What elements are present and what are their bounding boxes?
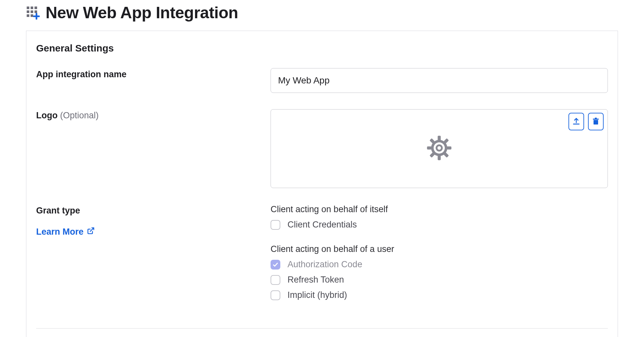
checkbox-authorization-code[interactable]: Authorization Code — [271, 259, 608, 270]
checkbox-client-credentials[interactable]: Client Credentials — [271, 220, 608, 230]
grant-group-self-label: Client acting on behalf of itself — [271, 204, 608, 214]
app-name-label: App integration name — [36, 69, 127, 79]
logo-optional: (Optional) — [58, 110, 99, 120]
grant-group-user-label: Client acting on behalf of a user — [271, 244, 608, 254]
svg-rect-23 — [593, 119, 599, 120]
gear-icon — [427, 135, 452, 162]
checkbox-input[interactable] — [271, 290, 280, 300]
app-grid-add-icon — [26, 6, 40, 20]
upload-logo-button[interactable] — [568, 113, 584, 130]
field-app-name: App integration name — [36, 68, 608, 93]
logo-dropzone[interactable] — [271, 109, 608, 188]
logo-label-text: Logo — [36, 110, 58, 120]
checkbox-implicit-hybrid[interactable]: Implicit (hybrid) — [271, 290, 608, 300]
checkbox-input[interactable] — [271, 220, 280, 230]
page-title: New Web App Integration — [46, 3, 238, 22]
app-name-input[interactable] — [271, 68, 608, 93]
svg-rect-0 — [27, 7, 29, 9]
learn-more-text: Learn More — [36, 227, 84, 237]
checkbox-refresh-token[interactable]: Refresh Token — [271, 275, 608, 285]
svg-rect-10 — [438, 136, 441, 140]
checkbox-input[interactable] — [271, 260, 280, 270]
field-grant-type: Grant type Learn More Client acting on b… — [36, 204, 608, 305]
svg-rect-7 — [31, 14, 33, 17]
svg-rect-6 — [27, 14, 29, 17]
checkbox-label: Refresh Token — [287, 275, 344, 285]
external-link-icon — [87, 227, 95, 237]
section-title: General Settings — [36, 43, 608, 54]
checkbox-label: Authorization Code — [287, 259, 362, 270]
svg-rect-5 — [35, 10, 37, 13]
svg-point-21 — [438, 146, 441, 150]
svg-rect-22 — [594, 120, 598, 125]
checkbox-label: Client Credentials — [287, 220, 357, 230]
svg-rect-13 — [447, 146, 451, 149]
svg-rect-1 — [31, 7, 33, 9]
svg-rect-12 — [427, 146, 432, 149]
learn-more-link[interactable]: Learn More — [36, 227, 95, 237]
page-header: New Web App Integration — [26, 3, 618, 22]
svg-rect-4 — [31, 10, 33, 13]
svg-rect-3 — [27, 10, 29, 13]
delete-logo-button[interactable] — [588, 113, 604, 130]
upload-icon — [572, 117, 581, 126]
checkbox-input[interactable] — [271, 275, 280, 285]
checkbox-label: Implicit (hybrid) — [287, 290, 347, 300]
logo-label: Logo (Optional) — [36, 110, 99, 120]
field-logo: Logo (Optional) — [36, 109, 608, 188]
section-divider — [36, 328, 608, 329]
svg-rect-2 — [35, 7, 37, 9]
svg-rect-11 — [438, 155, 441, 160]
trash-icon — [592, 117, 600, 126]
general-settings-panel: General Settings App integration name Lo… — [26, 31, 618, 337]
svg-rect-24 — [595, 118, 597, 119]
grant-type-label: Grant type — [36, 206, 271, 216]
